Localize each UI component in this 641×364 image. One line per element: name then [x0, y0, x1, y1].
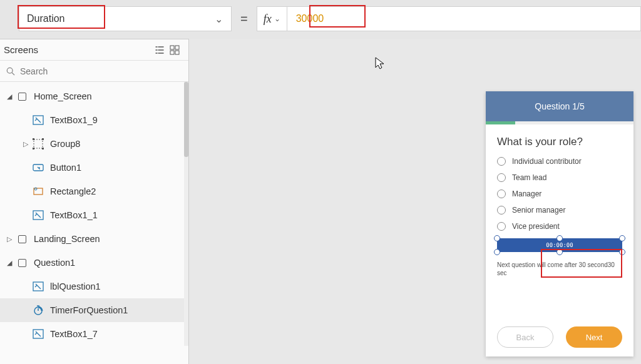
textbox-icon: [31, 327, 45, 341]
textbox-icon: [31, 280, 45, 293]
selection-handle[interactable]: [494, 235, 500, 241]
svg-rect-7: [34, 139, 43, 148]
timer-icon: [31, 303, 45, 317]
radio-icon: [497, 157, 506, 166]
helper-text: Next question will come after 30 second3…: [486, 257, 633, 281]
selection-handle[interactable]: [556, 249, 563, 255]
search-icon: [6, 67, 15, 76]
svg-rect-9: [42, 138, 44, 140]
tree-item-rectangle2[interactable]: Rectangle2: [0, 179, 188, 203]
chevron-right-icon: ▷: [20, 140, 31, 148]
search-row: [0, 61, 188, 82]
property-dropdown[interactable]: Duration ⌄: [19, 6, 232, 31]
textbox-icon: [31, 113, 45, 127]
screen-icon: [15, 256, 29, 270]
panel-header: Screens: [0, 39, 188, 61]
chevron-down-icon: ◢: [4, 259, 15, 267]
svg-rect-0: [170, 46, 174, 49]
selection-handle[interactable]: [619, 235, 625, 241]
tree-item-textbox19[interactable]: TextBox1_9: [0, 108, 188, 132]
tree-item-button1[interactable]: Button1: [0, 156, 188, 179]
selection-handle[interactable]: [556, 235, 563, 241]
panel-title: Screens: [4, 44, 152, 55]
option-row[interactable]: Senior manager: [497, 206, 622, 215]
svg-rect-11: [42, 148, 44, 149]
search-input[interactable]: [20, 66, 182, 76]
chevron-down-icon: ⌄: [206, 13, 231, 25]
svg-rect-3: [175, 51, 179, 54]
canvas[interactable]: Question 1/5 What is your role? Individu…: [189, 39, 641, 364]
question-body: What is your role? Individual contributo…: [486, 124, 633, 231]
chevron-down-icon: ⌄: [274, 14, 280, 23]
tree-item-lblquestion1[interactable]: lblQuestion1: [0, 275, 188, 298]
preview-header: Question 1/5: [486, 91, 633, 121]
svg-line-5: [12, 73, 14, 75]
scrollbar-thumb[interactable]: [184, 82, 188, 157]
formula-bar: Duration ⌄ = fx ⌄ 30000: [0, 6, 641, 31]
svg-rect-1: [175, 46, 179, 49]
selection-handle[interactable]: [494, 249, 500, 255]
tree-item-group8[interactable]: ▷ Group8: [0, 132, 188, 156]
tree-screen-home[interactable]: ◢ Home_Screen: [0, 84, 188, 108]
tree-screen-landing[interactable]: ▷ Landing_Screen: [0, 227, 188, 251]
option-row[interactable]: Individual contributor: [497, 157, 622, 166]
radio-icon: [497, 173, 506, 182]
textbox-icon: [31, 208, 45, 222]
radio-icon: [497, 206, 506, 215]
chevron-right-icon: ▷: [4, 235, 15, 243]
back-button[interactable]: Back: [497, 326, 553, 348]
fx-button[interactable]: fx ⌄: [257, 6, 287, 31]
chevron-down-icon: ◢: [4, 93, 15, 101]
question-title: What is your role?: [497, 136, 622, 148]
option-row[interactable]: Team lead: [497, 173, 622, 182]
next-button[interactable]: Next: [566, 326, 622, 348]
tree-item-timer[interactable]: TimerForQuestion1: [0, 298, 188, 322]
formula-value: 30000: [296, 13, 324, 24]
phone-preview: Question 1/5 What is your role? Individu…: [486, 91, 633, 356]
svg-rect-10: [33, 148, 34, 149]
equals-sign: =: [240, 12, 248, 26]
svg-rect-2: [170, 51, 174, 54]
option-row[interactable]: Manager: [497, 190, 622, 198]
property-label: Duration: [19, 13, 206, 24]
formula-input[interactable]: 30000: [287, 6, 641, 31]
svg-rect-8: [33, 138, 34, 140]
radio-icon: [497, 222, 506, 231]
screen-icon: [15, 232, 29, 246]
cursor-icon: [374, 56, 386, 70]
grid-view-icon[interactable]: [167, 43, 182, 58]
radio-icon: [497, 190, 506, 198]
list-view-icon[interactable]: [152, 43, 167, 58]
svg-point-4: [7, 68, 13, 73]
group-icon: [31, 137, 45, 151]
tree-view: ◢ Home_Screen TextBox1_9 ▷ Group8 Button…: [0, 82, 188, 346]
option-row[interactable]: Vice president: [497, 222, 622, 231]
screens-panel: Screens ◢ Home_Screen TextBox1_9 ▷ Group…: [0, 39, 189, 364]
tree-screen-question1[interactable]: ◢ Question1: [0, 251, 188, 275]
tree-item-textbox17[interactable]: TextBox1_7: [0, 322, 188, 346]
fx-icon: fx: [264, 13, 272, 26]
button-icon: [31, 161, 45, 174]
screen-icon: [15, 89, 29, 103]
svg-rect-13: [34, 188, 43, 195]
button-row: Back Next: [486, 326, 633, 348]
tree-item-textbox11[interactable]: TextBox1_1: [0, 203, 188, 227]
timer-control[interactable]: 00:00:00: [497, 238, 622, 252]
selection-handle[interactable]: [619, 249, 625, 255]
rectangle-icon: [31, 185, 45, 198]
